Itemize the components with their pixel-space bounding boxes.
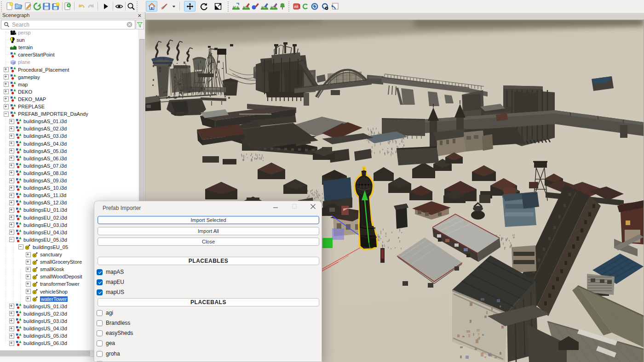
svg-text:AB: AB [294, 5, 299, 8]
